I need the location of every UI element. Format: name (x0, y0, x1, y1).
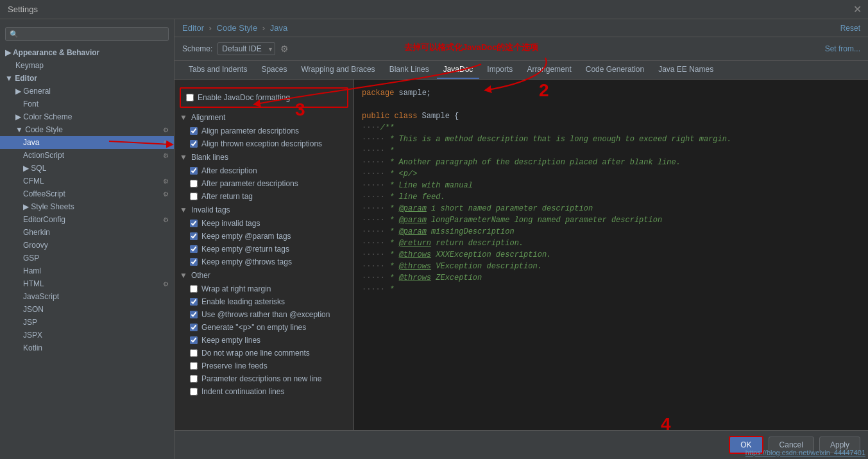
sidebar-item-appearance-behavior[interactable]: ▶ Appearance & Behavior (0, 46, 174, 59)
sidebar-item-editor[interactable]: ▼ Editor (0, 72, 174, 85)
sidebar-item-gherkin[interactable]: Gherkin (0, 226, 174, 239)
tab-java-ee-names[interactable]: Java EE Names (652, 61, 720, 79)
sidebar-item-html[interactable]: HTML ⚙ (0, 277, 174, 290)
main-container: 🔍 ▶ Appearance & Behavior Keymap ▼ Edito… (0, 19, 868, 459)
keep-empty-return-option: Keep empty @return tags (174, 243, 353, 255)
tab-blank-lines[interactable]: Blank Lines (383, 61, 436, 79)
sidebar-item-label: JSPX (23, 331, 42, 340)
sidebar-item-jspx[interactable]: JSPX (0, 329, 174, 342)
window-title: Settings (8, 4, 38, 14)
do-not-wrap-checkbox[interactable] (190, 349, 198, 357)
after-param-desc-checkbox[interactable] (190, 180, 198, 187)
keep-empty-return-label: Keep empty @return tags (201, 245, 289, 254)
generate-p-checkbox[interactable] (190, 324, 198, 331)
section-other[interactable]: ▼ Other (174, 268, 353, 282)
sidebar-item-cfml[interactable]: CFML ⚙ (0, 175, 174, 187)
set-from-button[interactable]: Set from... (825, 44, 860, 53)
sidebar-item-gsp[interactable]: GSP (0, 252, 174, 264)
enable-leading-asterisks-checkbox[interactable] (190, 298, 198, 306)
sidebar-item-label: ▼ Editor (5, 74, 37, 83)
sidebar-item-label: ▶ Appearance & Behavior (5, 48, 99, 57)
scheme-label: Scheme: (182, 44, 212, 53)
wrap-at-right-margin-checkbox[interactable] (190, 285, 198, 293)
indent-continuation-checkbox[interactable] (190, 388, 198, 395)
sidebar-item-javascript[interactable]: JavaScript (0, 290, 174, 303)
tab-arrangement[interactable]: Arrangement (520, 61, 577, 79)
use-throws-checkbox[interactable] (190, 311, 198, 318)
sidebar-item-font[interactable]: Font (0, 98, 174, 110)
sidebar-item-color-scheme[interactable]: ▶ Color Scheme (0, 110, 174, 123)
tab-imports[interactable]: Imports (481, 61, 519, 79)
code-line: public class Sample { (362, 110, 860, 122)
sidebar-item-kotlin[interactable]: Kotlin (0, 342, 174, 354)
sidebar-item-label: Haml (23, 266, 41, 275)
tab-code-generation[interactable]: Code Generation (579, 61, 651, 79)
keep-empty-param-checkbox[interactable] (190, 232, 198, 240)
preserve-line-feeds-checkbox[interactable] (190, 362, 198, 370)
after-return-tag-checkbox[interactable] (190, 193, 198, 200)
do-not-wrap-option: Do not wrap one line comments (174, 347, 353, 359)
search-box[interactable]: 🔍 (5, 27, 169, 41)
editorconfig-icon: ⚙ (163, 216, 169, 223)
enable-javadoc-checkbox[interactable] (186, 94, 194, 101)
content-header: Editor › Code Style › Java Reset (174, 19, 868, 37)
scheme-select[interactable]: Default IDE Project Default (217, 42, 275, 55)
options-panel: Enable JavaDoc formatting ▼ Alignment Al… (174, 80, 354, 459)
sidebar-item-code-style[interactable]: ▼ Code Style ⚙ (0, 123, 174, 136)
sidebar-item-coffeescript[interactable]: CoffeeScript ⚙ (0, 187, 174, 200)
gear-icon[interactable]: ⚙ (280, 44, 289, 54)
align-param-desc-option: Align parameter descriptions (174, 125, 353, 137)
code-line: ····· * @throws VException description. (362, 261, 860, 272)
align-thrown-checkbox[interactable] (190, 140, 198, 148)
after-return-tag-label: After return tag (201, 192, 253, 201)
code-line: ····· * <p/> (362, 168, 860, 180)
close-button[interactable]: ✕ (853, 3, 862, 15)
param-new-line-checkbox[interactable] (190, 375, 198, 383)
breadcrumb-part2: Code Style (217, 23, 258, 33)
sidebar-item-general[interactable]: ▶ General (0, 85, 174, 98)
align-param-desc-checkbox[interactable] (190, 127, 198, 135)
watermark: https://blog.csdn.net/weixin_44447401 (743, 447, 868, 458)
sidebar-item-json[interactable]: JSON (0, 303, 174, 316)
sidebar-item-actionscript[interactable]: ActionScript ⚙ (0, 149, 174, 162)
sidebar-item-java[interactable]: Java ⚙ (0, 136, 174, 149)
after-desc-checkbox[interactable] (190, 167, 198, 175)
code-line: ····· * @param missingDescription (362, 226, 860, 238)
tab-tabs-and-indents[interactable]: Tabs and Indents (182, 61, 253, 79)
keep-empty-lines-checkbox[interactable] (190, 336, 198, 344)
section-alignment[interactable]: ▼ Alignment (174, 110, 353, 125)
enable-leading-asterisks-label: Enable leading asterisks (201, 297, 285, 306)
section-invalid-tags[interactable]: ▼ Invalid tags (174, 203, 353, 217)
code-line: ····· * line feed. (362, 191, 860, 203)
invalid-tags-title: Invalid tags (191, 205, 230, 214)
sidebar-item-sql[interactable]: ▶ SQL (0, 162, 174, 175)
keep-empty-throws-checkbox[interactable] (190, 258, 198, 266)
sidebar-item-label: Java (23, 138, 39, 147)
search-icon: 🔍 (10, 30, 19, 39)
section-blank-lines[interactable]: ▼ Blank lines (174, 150, 353, 164)
sidebar-item-label: ActionScript (23, 151, 64, 160)
keep-empty-lines-label: Keep empty lines (201, 336, 260, 345)
sidebar-item-label: ▶ Style Sheets (23, 202, 74, 211)
tab-wrapping-and-braces[interactable]: Wrapping and Braces (294, 61, 381, 79)
generate-p-label: Generate "<p>" on empty lines (201, 323, 306, 332)
sidebar-item-keymap[interactable]: Keymap (0, 59, 174, 72)
sidebar-item-stylesheets[interactable]: ▶ Style Sheets (0, 200, 174, 213)
sidebar-item-label: EditorConfig (23, 215, 65, 224)
tab-spaces[interactable]: Spaces (255, 61, 293, 79)
cfml-icon: ⚙ (163, 178, 169, 185)
keep-invalid-tags-checkbox[interactable] (190, 220, 198, 227)
keep-empty-throws-option: Keep empty @throws tags (174, 255, 353, 268)
sidebar-item-label: Groovy (23, 241, 48, 250)
align-param-desc-label: Align parameter descriptions (201, 126, 299, 135)
sidebar-item-editorconfig[interactable]: EditorConfig ⚙ (0, 213, 174, 226)
sidebar-item-groovy[interactable]: Groovy (0, 239, 174, 252)
search-input[interactable] (21, 30, 164, 39)
blank-lines-arrow-icon: ▼ (180, 153, 187, 162)
reset-button[interactable]: Reset (840, 24, 860, 33)
sidebar-item-jsp[interactable]: JSP (0, 316, 174, 329)
sidebar-item-haml[interactable]: Haml (0, 264, 174, 277)
tab-javadoc[interactable]: JavaDoc (437, 61, 480, 79)
keep-empty-return-checkbox[interactable] (190, 245, 198, 253)
title-bar: Settings ✕ (0, 0, 868, 19)
